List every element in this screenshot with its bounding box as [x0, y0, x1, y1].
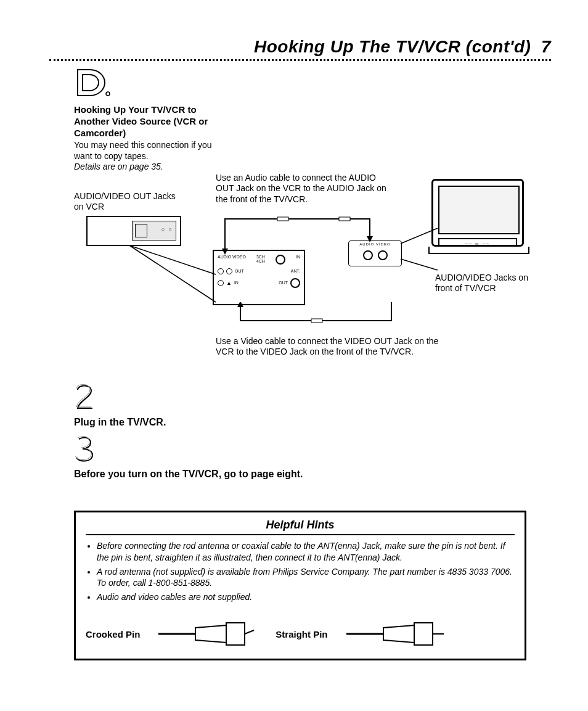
hints-list: Before connecting the rod antenna or coa… — [97, 540, 515, 603]
step-2-text: Plug in the TV/VCR. — [74, 417, 551, 428]
step-3-number — [74, 434, 551, 466]
step-3-text: Before you turn on the TV/VCR, go to pag… — [74, 469, 551, 480]
label-audio-cable: Use an Audio cable to connect the AUDIO … — [216, 173, 394, 205]
page-number: 7 — [541, 37, 551, 56]
svg-point-0 — [106, 92, 110, 96]
svg-rect-8 — [339, 217, 350, 221]
svg-rect-7 — [277, 217, 288, 221]
audio-cable-line — [216, 207, 413, 262]
svg-line-2 — [129, 245, 216, 302]
straight-pin-label: Straight Pin — [276, 629, 327, 639]
header-title: Hooking Up The TV/VCR (cont'd) — [254, 37, 531, 56]
section-d-body: You may need this connection if you want… — [74, 140, 222, 173]
svg-marker-5 — [222, 249, 228, 255]
label-video-cable: Use a Video cable to connect the VIDEO O… — [216, 336, 456, 358]
divider-dotted — [49, 59, 551, 61]
crooked-pin-label: Crooked Pin — [86, 629, 140, 639]
svg-rect-15 — [414, 623, 433, 645]
helpful-hints-box: Helpful Hints Before connecting the rod … — [74, 511, 526, 660]
crooked-pin-icon — [158, 622, 257, 646]
panel-out2-label: OUT — [279, 281, 288, 285]
connection-diagram: AUDIO/VIDEO OUT Jacks on VCR Use an Audi… — [74, 191, 551, 376]
section-letter-d — [74, 67, 551, 98]
step-2-number — [74, 382, 551, 414]
svg-rect-13 — [226, 623, 245, 645]
svg-rect-11 — [311, 319, 322, 323]
callout-lines-1 — [111, 240, 222, 308]
svg-line-1 — [129, 245, 216, 274]
section-d-body-text: You may need this connection if you want… — [74, 140, 212, 161]
jack-out-icon — [290, 278, 300, 288]
panel-out-label: OUT — [235, 269, 244, 273]
hint-item: Audio and video cables are not supplied. — [97, 591, 515, 603]
hint-item: Before connecting the rod antenna or coa… — [97, 540, 515, 564]
straight-pin-icon — [346, 622, 445, 646]
page-title: Hooking Up The TV/VCR (cont'd) 7 — [49, 37, 551, 57]
jack-video-out-icon — [226, 268, 232, 274]
hints-title: Helpful Hints — [86, 519, 515, 535]
panel-ant-label: ANT. — [291, 269, 300, 273]
section-d-heading: Hooking Up Your TV/VCR to Another Video … — [74, 104, 222, 139]
video-cable-line — [231, 302, 416, 333]
label-vcr-out: AUDIO/VIDEO OUT Jacks on VCR — [74, 191, 179, 213]
section-d-detail: Details are on page 35. — [74, 162, 163, 171]
svg-marker-6 — [367, 236, 373, 242]
svg-marker-9 — [237, 302, 243, 307]
panel-in2-label: IN — [234, 281, 239, 285]
hint-item: A rod antenna (not supplied) is availabl… — [97, 566, 515, 590]
pin-illustration-row: Crooked Pin Straight Pin — [86, 622, 515, 646]
